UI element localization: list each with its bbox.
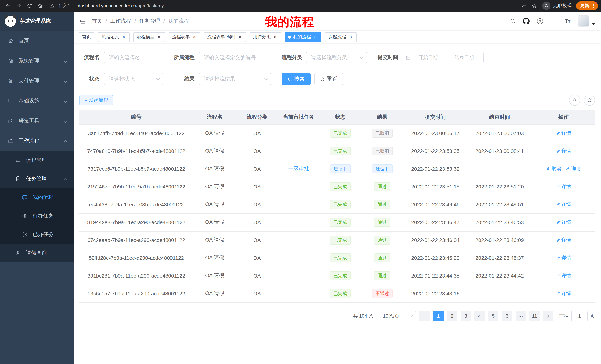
table-row: 331bc281-7b9a-11ec-a290-acde48001122OA 请… bbox=[80, 267, 595, 285]
sidebar-item-todo-tasks[interactable]: 待办任务 bbox=[0, 207, 74, 225]
user-avatar[interactable] bbox=[578, 15, 589, 27]
home-button[interactable] bbox=[35, 1, 45, 11]
tag-close-icon[interactable]: × bbox=[156, 34, 161, 39]
forward-button[interactable] bbox=[14, 1, 24, 11]
caret-down-icon[interactable] bbox=[592, 23, 595, 25]
address-bar[interactable]: 不安全 dashboard.yudao.iocoder.cn/bpm/task/… bbox=[46, 3, 518, 9]
sidebar-item-done-tasks[interactable]: 已办任务 bbox=[0, 225, 74, 244]
sidebar-toggle-icon[interactable] bbox=[79, 17, 86, 25]
sidebar-item-dev-tools[interactable]: 研发工具 bbox=[0, 111, 74, 131]
action-edit-link[interactable]: 详情 bbox=[556, 148, 571, 154]
pagination-page-11[interactable]: 11 bbox=[529, 311, 540, 321]
sidebar-item-infrastructure[interactable]: 基础设施 bbox=[0, 91, 74, 111]
breadcrumb-home[interactable]: 首页 bbox=[92, 18, 102, 24]
tag-close-icon[interactable]: × bbox=[192, 34, 197, 39]
chevron-down-icon bbox=[64, 158, 67, 162]
pagination-ellipsis[interactable]: ••• bbox=[516, 311, 526, 321]
pagination-page-5[interactable]: 5 bbox=[488, 311, 499, 321]
action-edit-link[interactable]: 详情 bbox=[556, 130, 571, 136]
pagination-page-1[interactable]: 1 bbox=[433, 311, 443, 321]
search-icon[interactable] bbox=[509, 17, 516, 25]
toggle-search-button[interactable] bbox=[569, 95, 580, 106]
action-edit-link[interactable]: 详情 bbox=[566, 165, 581, 172]
update-button[interactable]: 更新 ⋮ bbox=[576, 1, 598, 10]
back-button[interactable] bbox=[3, 1, 13, 11]
reset-button[interactable]: 重置 bbox=[314, 73, 343, 85]
action-edit-link[interactable]: 详情 bbox=[556, 272, 571, 279]
action-edit-link[interactable]: 详情 bbox=[556, 237, 571, 243]
tab-tag[interactable]: 流程定义× bbox=[98, 32, 130, 42]
page-size-select[interactable]: 10条/页 bbox=[379, 311, 416, 321]
sidebar-item-workflow[interactable]: 工作流程 bbox=[0, 131, 74, 151]
result-tag: 已取消 bbox=[372, 129, 393, 138]
font-size-icon[interactable]: TT bbox=[564, 17, 571, 25]
sidebar-item-payment-mgmt[interactable]: ¥ 支付管理 bbox=[0, 71, 74, 91]
sidebar-item-process-mgmt[interactable]: 流程管理 bbox=[0, 151, 74, 170]
jump-page-input[interactable] bbox=[571, 311, 588, 321]
edit-icon bbox=[566, 167, 570, 171]
action-edit-link[interactable]: 详情 bbox=[556, 183, 571, 190]
create-process-button[interactable]: + 发起流程 bbox=[80, 95, 113, 105]
action-edit-link[interactable]: 详情 bbox=[556, 290, 571, 297]
submit-time-range-picker[interactable]: 开始日期 - 结束日期 bbox=[402, 52, 484, 63]
tab-tag[interactable]: 流程表单-编辑× bbox=[204, 32, 246, 42]
app-logo[interactable]: 芋道管理系统 bbox=[0, 11, 74, 31]
search-button[interactable]: 搜索 bbox=[281, 73, 311, 85]
category-label: 流程分类 bbox=[281, 54, 306, 61]
tab-tag[interactable]: 我的流程× bbox=[285, 32, 321, 42]
breadcrumb-workflow[interactable]: 工作流程 bbox=[110, 18, 131, 24]
help-icon[interactable]: ? bbox=[536, 17, 544, 25]
action-edit-link[interactable]: 详情 bbox=[556, 255, 571, 261]
page-url[interactable]: dashboard.yudao.iocoder.cn/bpm/task/my bbox=[78, 3, 164, 8]
sidebar-item-my-process[interactable]: 我的流程 bbox=[0, 188, 74, 207]
sidebar-item-system-mgmt[interactable]: 系统管理 bbox=[0, 51, 74, 71]
reload-button[interactable] bbox=[25, 1, 35, 11]
next-page-button[interactable] bbox=[543, 311, 553, 321]
tag-close-icon[interactable]: × bbox=[121, 34, 126, 39]
sidebar-item-task-mgmt[interactable]: 任务管理 bbox=[0, 170, 74, 188]
security-label[interactable]: 不安全 bbox=[58, 3, 71, 9]
menu-label: 支付管理 bbox=[19, 77, 39, 84]
pagination: 共 104 条 10条/页 123456•••11 前往 页 bbox=[80, 303, 595, 328]
github-icon[interactable] bbox=[523, 17, 530, 25]
tag-close-icon[interactable]: × bbox=[237, 34, 242, 39]
current-task-link[interactable]: 一级审批 bbox=[288, 165, 309, 172]
cell-status: 已完成 bbox=[320, 285, 361, 302]
tab-tag[interactable]: 流程表单× bbox=[169, 32, 200, 42]
task-submenu: 我的流程 待办任务 已办任务 bbox=[0, 188, 74, 244]
refresh-table-button[interactable] bbox=[584, 95, 595, 106]
status-select[interactable]: 请选择状态 bbox=[104, 73, 163, 85]
fullscreen-icon[interactable] bbox=[550, 17, 558, 25]
sidebar-item-home[interactable]: 首页 bbox=[0, 31, 74, 51]
sidebar-item-leave-query[interactable]: 请假查询 bbox=[0, 244, 74, 262]
action-edit-link[interactable]: 详情 bbox=[556, 201, 571, 208]
password-key-icon[interactable] bbox=[519, 1, 529, 11]
cell-id: 2152467e-7b9b-11ec-9a1b-acde48001122 bbox=[80, 178, 193, 196]
workflow-submenu: 流程管理 任务管理 我的流程 bbox=[0, 151, 74, 262]
tab-tag[interactable]: 发起流程× bbox=[325, 32, 357, 42]
result-select[interactable]: 请选择流结果 bbox=[199, 73, 271, 85]
edit-icon bbox=[556, 131, 560, 135]
tag-close-icon[interactable]: × bbox=[273, 34, 278, 39]
action-cancel-link[interactable]: 取消 bbox=[546, 165, 561, 172]
tab-tag[interactable]: 首页 bbox=[79, 32, 94, 42]
url-host: dashboard.yudao.iocoder.cn bbox=[78, 3, 136, 8]
category-select[interactable]: 请选择流程分类 bbox=[306, 52, 367, 63]
breadcrumb-task-mgmt[interactable]: 任务管理 bbox=[139, 18, 160, 24]
tab-tag[interactable]: 流程模型× bbox=[133, 32, 165, 42]
tag-close-icon[interactable]: × bbox=[348, 34, 353, 39]
pagination-page-4[interactable]: 4 bbox=[474, 311, 485, 321]
pagination-page-2[interactable]: 2 bbox=[447, 311, 457, 321]
action-edit-link[interactable]: 详情 bbox=[556, 219, 571, 226]
cell-actions: 详情 bbox=[532, 142, 595, 160]
prev-page-button[interactable] bbox=[419, 311, 430, 321]
pagination-page-3[interactable]: 3 bbox=[461, 311, 471, 321]
tag-close-icon[interactable]: × bbox=[313, 34, 318, 39]
bookmark-star-icon[interactable] bbox=[529, 1, 539, 11]
process-name-input[interactable] bbox=[104, 52, 163, 63]
process-def-input[interactable] bbox=[199, 52, 271, 63]
pagination-page-6[interactable]: 6 bbox=[502, 311, 512, 321]
kebab-menu-icon[interactable]: ⋮ bbox=[591, 3, 596, 8]
tab-tag[interactable]: 用户分组× bbox=[250, 32, 281, 42]
action-label: 详情 bbox=[561, 290, 571, 297]
